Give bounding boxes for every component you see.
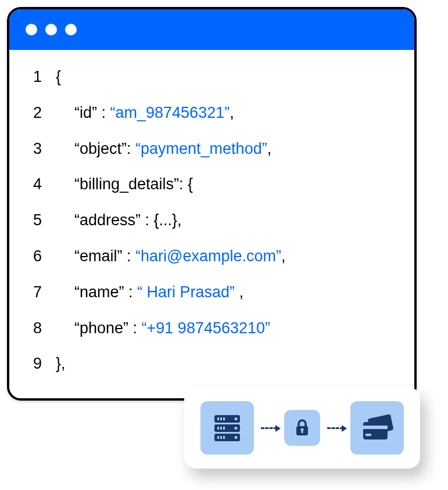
line-number: 1 (23, 66, 42, 88)
code-value: “am_987456321” (110, 104, 230, 121)
code-value: “payment_method” (135, 140, 267, 157)
window-control-dot (65, 24, 77, 35)
line-number: 7 (23, 282, 42, 304)
code-line: 1 { (23, 66, 400, 88)
arrow-connector-icon (327, 427, 343, 429)
code-line: 8 “phone” : “+91 9874563210” (23, 318, 400, 340)
svg-rect-17 (302, 430, 303, 433)
line-number: 8 (23, 318, 42, 340)
code-key: { (56, 66, 61, 88)
code-line: 9 }, (23, 353, 400, 375)
code-key: “billing_details”: { (56, 174, 193, 196)
lock-icon (284, 410, 320, 446)
code-suffix: , (230, 104, 234, 121)
server-icon (200, 401, 254, 455)
code-line: 4 “billing_details”: { (23, 174, 400, 196)
line-number: 2 (23, 102, 42, 124)
line-number: 5 (23, 210, 42, 232)
code-key: }, (56, 353, 66, 375)
code-key: “name” : (74, 283, 137, 301)
svg-rect-3 (217, 417, 219, 420)
code-line: 2 “id” : “am_987456321”, (23, 102, 400, 124)
code-value: “hari@example.com” (135, 247, 281, 265)
code-key: “address” : {...}, (56, 210, 182, 232)
code-line: 6 “email” : “hari@example.com”, (23, 246, 400, 268)
code-value: “+91 9874563210” (142, 319, 270, 337)
svg-rect-20 (363, 426, 388, 429)
svg-rect-11 (223, 436, 225, 439)
flow-panel (184, 387, 420, 469)
window-control-dot (26, 24, 37, 35)
line-number: 9 (23, 353, 42, 375)
code-key: “object”: (74, 140, 135, 157)
line-number: 4 (23, 174, 42, 196)
code-suffix: , (267, 140, 272, 157)
svg-rect-5 (223, 417, 225, 420)
svg-rect-7 (220, 427, 222, 430)
credit-card-icon (350, 401, 404, 455)
code-value: “ Hari Prasad” (137, 283, 235, 301)
code-window: 1 { 2 “id” : “am_987456321”, 3 “object”:… (7, 7, 417, 401)
code-key: “phone” : (74, 319, 142, 337)
code-line: 5 “address” : {...}, (23, 210, 400, 232)
svg-point-14 (235, 436, 238, 439)
svg-rect-4 (220, 417, 222, 420)
window-titlebar (9, 9, 414, 50)
code-key: “email” : (74, 247, 135, 265)
svg-rect-6 (217, 427, 219, 430)
svg-point-13 (235, 427, 238, 430)
code-key: “id” : (74, 104, 110, 121)
window-control-dot (45, 24, 57, 35)
code-suffix: , (235, 283, 243, 301)
code-line: 7 “name” : “ Hari Prasad” , (23, 282, 400, 304)
code-area: 1 { 2 “id” : “am_987456321”, 3 “object”:… (9, 50, 414, 398)
line-number: 6 (23, 246, 42, 268)
code-line: 3 “object”: “payment_method”, (23, 138, 400, 160)
line-number: 3 (23, 138, 42, 160)
svg-rect-8 (223, 427, 225, 430)
svg-rect-9 (217, 436, 219, 439)
code-suffix: , (281, 247, 286, 265)
svg-rect-19 (363, 422, 388, 439)
arrow-connector-icon (261, 427, 277, 429)
svg-point-12 (235, 417, 238, 420)
svg-rect-10 (220, 436, 222, 439)
svg-rect-21 (365, 434, 371, 436)
